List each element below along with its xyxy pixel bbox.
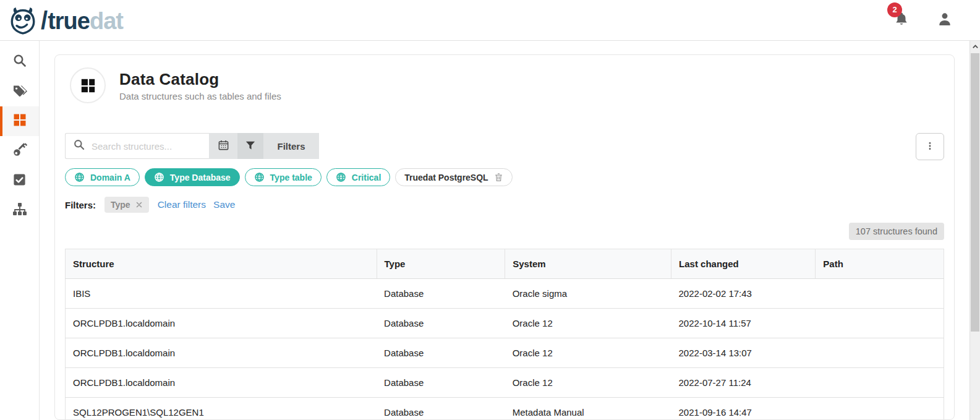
logo-wordmark: /truedat — [38, 8, 123, 33]
check-square-icon — [12, 173, 27, 189]
filters-button[interactable]: Filters — [263, 133, 319, 159]
more-options-button[interactable] — [916, 133, 944, 160]
vertical-scrollbar[interactable] — [969, 41, 980, 420]
structure-cell[interactable]: SQL12PROGEN1\SQL12GEN1 — [66, 398, 377, 420]
table-cell: 2022-07-27 11:24 — [671, 368, 816, 398]
notification-count-badge: 2 — [887, 2, 902, 17]
results-count-badge: 107 structures found — [849, 223, 944, 240]
filter-chips: Domain A Type Database Type table — [65, 168, 944, 186]
table-row[interactable]: IBISDatabaseOracle sigma2022-02-02 17:43 — [66, 279, 944, 309]
filter-chip-label: Truedat PostgreSQL — [404, 173, 488, 182]
table-column-header[interactable]: System — [505, 249, 671, 279]
structure-cell[interactable]: ORCLPDB1.localdomain — [66, 309, 377, 338]
table-cell: Oracle sigma — [505, 279, 671, 309]
table-cell — [816, 398, 944, 420]
filter-chip[interactable]: Type Database — [145, 168, 240, 186]
sidebar — [0, 41, 40, 420]
globe-icon — [74, 172, 85, 182]
filter-chip-label: Type table — [270, 173, 312, 182]
table-row[interactable]: SQL12PROGEN1\SQL12GEN1DatabaseMetadata M… — [66, 398, 944, 420]
sidebar-item-tags[interactable] — [0, 77, 39, 106]
sidebar-item-search[interactable] — [0, 47, 39, 77]
filter-chip[interactable]: Domain A — [65, 168, 140, 186]
card-header: Data Catalog Data structures such as tab… — [70, 67, 944, 103]
search-box — [65, 133, 209, 159]
kebab-icon — [925, 141, 935, 153]
table-cell: 2022-03-14 13:07 — [671, 338, 816, 368]
applied-filters-row: Filters: Type Clear filters Save — [65, 197, 944, 213]
table-cell — [816, 338, 944, 368]
table-column-header[interactable]: Type — [377, 249, 505, 279]
table-column-header[interactable]: Path — [816, 249, 944, 279]
filter-chip[interactable]: Type table — [245, 168, 322, 186]
scrollbar-thumb[interactable] — [971, 53, 979, 332]
filters-label: Filters: — [65, 200, 96, 210]
table-body: IBISDatabaseOracle sigma2022-02-02 17:43… — [66, 279, 944, 420]
filter-chip[interactable]: Truedat PostgreSQL — [395, 168, 512, 186]
data-catalog-card: Data Catalog Data structures such as tab… — [54, 54, 955, 420]
clear-filters-link[interactable]: Clear filters — [158, 199, 206, 210]
table-column-header[interactable]: Structure — [66, 249, 377, 279]
table-header-row: StructureTypeSystemLast changedPath — [66, 249, 944, 279]
date-filter-button[interactable] — [209, 133, 237, 159]
user-icon — [937, 19, 953, 29]
save-filters-link[interactable]: Save — [213, 199, 235, 210]
table-row[interactable]: ORCLPDB1.localdomainDatabaseOracle 12202… — [66, 309, 944, 338]
structure-cell[interactable]: ORCLPDB1.localdomain — [66, 368, 377, 398]
table-cell: Oracle 12 — [505, 368, 671, 398]
sidebar-item-quality[interactable] — [0, 166, 39, 195]
sidebar-item-permissions[interactable] — [0, 136, 39, 166]
structure-cell[interactable]: ORCLPDB1.localdomain — [66, 338, 377, 368]
sitemap-icon — [12, 202, 27, 219]
filter-chip-label: Domain A — [90, 173, 130, 182]
notifications-button[interactable]: 2 — [893, 11, 910, 30]
table-cell — [816, 368, 944, 398]
table-cell — [816, 279, 944, 309]
truedat-logo[interactable]: /truedat — [9, 6, 123, 35]
applied-filter-label: Type — [111, 200, 130, 210]
table-cell: Oracle 12 — [505, 338, 671, 368]
page-subtitle: Data structures such as tables and files — [119, 91, 281, 101]
structure-cell[interactable]: IBIS — [66, 279, 377, 309]
search-input[interactable] — [92, 141, 202, 152]
toolbar: Filters — [65, 133, 944, 160]
calendar-icon — [218, 139, 229, 153]
table-cell: Metadata Manual — [505, 398, 671, 420]
sidebar-item-lineage[interactable] — [0, 195, 39, 225]
table-column-header[interactable]: Last changed — [671, 249, 816, 279]
structures-table: StructureTypeSystemLast changedPath IBIS… — [65, 249, 944, 420]
results-row: 107 structures found — [65, 223, 944, 240]
trash-icon[interactable] — [494, 173, 503, 182]
scroll-up-button[interactable] — [970, 41, 980, 52]
funnel-icon — [245, 140, 256, 153]
table-row[interactable]: ORCLPDB1.localdomainDatabaseOracle 12202… — [66, 338, 944, 368]
table-cell: Oracle 12 — [505, 309, 671, 338]
applied-filter-chip: Type — [104, 197, 149, 213]
globe-icon — [336, 172, 346, 182]
table-cell: Database — [377, 338, 505, 368]
filter-chip-label: Critical — [352, 173, 381, 182]
search-icon — [12, 53, 27, 71]
table-cell: 2022-10-14 11:57 — [671, 309, 816, 338]
filter-toggle-button[interactable] — [237, 133, 263, 159]
user-menu-button[interactable] — [937, 11, 953, 30]
remove-filter-icon[interactable] — [135, 201, 143, 208]
topbar: /truedat 2 — [0, 0, 980, 41]
applied-filters: Type — [104, 197, 149, 213]
tags-icon — [12, 83, 27, 100]
globe-icon — [154, 172, 164, 182]
sidebar-item-data-catalog[interactable] — [0, 106, 39, 136]
table-cell: Database — [377, 398, 505, 420]
data-catalog-icon — [70, 67, 106, 103]
search-icon — [73, 139, 85, 153]
table-cell: 2021-09-16 14:47 — [671, 398, 816, 420]
owl-logo-icon — [9, 6, 37, 35]
table-cell: Database — [377, 279, 505, 309]
table-cell — [816, 309, 944, 338]
grid-icon — [12, 113, 27, 130]
key-icon — [12, 142, 27, 160]
filter-chip[interactable]: Critical — [326, 168, 390, 186]
table-row[interactable]: ORCLPDB1.localdomainDatabaseOracle 12202… — [66, 368, 944, 398]
main-content: Data Catalog Data structures such as tab… — [40, 41, 969, 420]
page-title: Data Catalog — [119, 70, 281, 89]
